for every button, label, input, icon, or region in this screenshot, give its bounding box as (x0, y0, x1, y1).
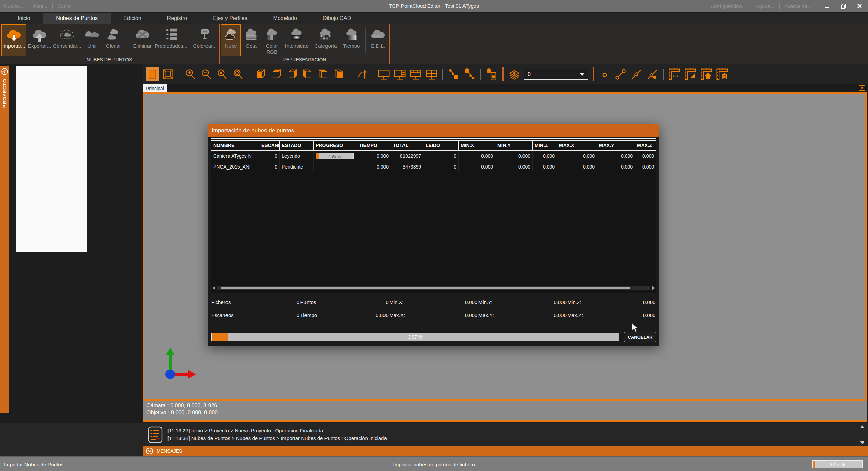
zoom-out-button[interactable] (200, 67, 213, 81)
column-header[interactable]: MAX.Y (597, 141, 635, 150)
view-back-button[interactable] (270, 67, 282, 81)
tab-ejes-y-perfiles[interactable]: Ejes y Perfiles (200, 13, 260, 24)
tab-nubes-de-puntos[interactable]: Nubes de Puntos (43, 13, 111, 24)
layers-button[interactable] (508, 67, 521, 81)
measure-polygon-button[interactable] (700, 67, 713, 81)
eliminar-button[interactable]: Eliminar (130, 24, 155, 56)
nube-button[interactable]: Nube (221, 24, 241, 56)
z-up-button[interactable]: Z (355, 67, 368, 81)
draw-point-button[interactable] (598, 67, 611, 81)
tab-dibujo-cad[interactable]: Dibujo CAD (310, 13, 364, 24)
close-button[interactable] (854, 0, 865, 12)
elevation-mode-icon (243, 27, 259, 42)
category-mode-icon (317, 27, 334, 42)
table-row[interactable]: Cantera ATyges N 0 Leyendo 7.93 % 0.000 … (211, 151, 656, 161)
draw-segment-button[interactable] (614, 67, 627, 81)
horizontal-scrollbar[interactable] (213, 285, 655, 291)
column-header[interactable]: MIN.Y (495, 141, 533, 150)
point-info-button[interactable] (485, 67, 498, 81)
point-size-decrease-button[interactable] (463, 67, 476, 81)
color-rgb-button[interactable]: Color RGB (262, 24, 282, 56)
nearest-point-button[interactable] (646, 67, 659, 81)
colorear-button[interactable]: Colorear... (192, 24, 217, 56)
view-top-button[interactable] (317, 67, 330, 81)
tab-modelado[interactable]: Modelado (260, 13, 310, 24)
status-progress-label: 3.97 % (830, 462, 845, 467)
column-header[interactable]: MIN.X (459, 141, 495, 150)
column-header[interactable]: MAX.X (557, 141, 597, 150)
messages-label: MENSAJES (157, 448, 182, 454)
messages-bar[interactable]: MENSAJES (143, 446, 868, 456)
layout-single-button[interactable] (377, 67, 390, 81)
render-solid-button[interactable] (146, 67, 159, 81)
zoom-window-button[interactable] (216, 67, 229, 81)
layout-top-row-button[interactable] (409, 67, 422, 81)
midpoint-button[interactable] (630, 67, 643, 81)
column-header[interactable]: MIN.Z (533, 141, 557, 150)
point-icon (599, 68, 610, 80)
column-header[interactable]: ESCANEOS (259, 141, 280, 150)
layout-right-panel-button[interactable] (393, 67, 406, 81)
view-left-button[interactable] (285, 67, 298, 81)
view-cube-bottom-icon (334, 68, 346, 80)
render-wireframe-button[interactable] (162, 67, 175, 81)
export-cloud-icon (31, 27, 47, 42)
tab-edicion[interactable]: Edición (111, 13, 154, 24)
tiempo-button[interactable]: Tiempo (340, 24, 362, 56)
collapse-panel-icon[interactable] (1, 68, 8, 75)
importar-button[interactable]: Importar... (1, 24, 26, 56)
column-header[interactable]: NOMBRE (211, 141, 259, 150)
consolidar-button[interactable]: Consolidar... (53, 24, 81, 56)
propiedades-button[interactable]: Propiedades... (156, 24, 187, 56)
layer-select-dropdown[interactable]: 0 (524, 69, 588, 80)
column-header[interactable]: PROGRESO (314, 141, 357, 150)
cota-button[interactable]: Cota (241, 24, 261, 56)
log-panel: * [11:13:29] Inicio > Proyecto > Nuevo P… (0, 423, 868, 446)
menu-acerca-de[interactable]: Acerca de... (784, 3, 811, 9)
view-right-button[interactable] (301, 67, 314, 81)
minimize-button[interactable] (821, 0, 833, 12)
column-header[interactable]: ESTADO (280, 141, 314, 150)
y-axis-arrow (166, 347, 175, 355)
scrollbar-thumb[interactable] (221, 287, 630, 289)
column-header[interactable]: MAX.Z (635, 141, 656, 150)
view-bottom-button[interactable] (333, 67, 346, 81)
zoom-extents-button[interactable] (232, 67, 244, 81)
unir-button[interactable]: Unir (82, 24, 102, 56)
collapse-messages-icon[interactable] (146, 447, 153, 455)
intensidad-button[interactable]: Intensidad (283, 24, 311, 56)
scroll-left-icon[interactable] (213, 286, 215, 290)
exportar-button[interactable]: Exportar... (27, 24, 52, 56)
ribbon-button-label: Consolidar... (53, 43, 81, 49)
column-header[interactable]: LEÍDO (423, 141, 459, 150)
edl-button[interactable]: E.D.L. E.D.L. (368, 24, 388, 56)
log-scroll-down-icon[interactable] (860, 441, 865, 444)
scroll-right-icon[interactable] (652, 286, 655, 290)
layout-quad-button[interactable] (425, 67, 438, 81)
measure-area-button[interactable] (684, 67, 697, 81)
zoom-in-button[interactable] (184, 67, 197, 81)
column-header[interactable]: TOTAL (391, 141, 423, 150)
restore-button[interactable] (837, 0, 849, 12)
categoria-button[interactable]: Categoría (312, 24, 340, 56)
view-tabs-menu-icon[interactable] (859, 85, 865, 91)
cloud-mode-icon (223, 27, 239, 42)
cancel-button[interactable]: CANCELAR (624, 332, 656, 342)
point-size-increase-button[interactable] (447, 67, 460, 81)
toolbar-separator (351, 69, 351, 80)
column-header[interactable]: TIEMPO (357, 141, 391, 150)
log-scroll-up-icon[interactable] (860, 425, 865, 428)
view-front-button[interactable] (254, 67, 267, 81)
tab-inicio[interactable]: Inicio (5, 13, 43, 24)
tab-registro[interactable]: Registro (154, 13, 200, 24)
tab-principal[interactable]: Principal (143, 84, 167, 92)
minimize-icon (825, 4, 829, 8)
measure-distance-button[interactable] (668, 67, 681, 81)
clonar-button[interactable]: Clonar (103, 24, 124, 56)
menu-configuracion[interactable]: Configuración... (710, 3, 746, 9)
toolbar-separator (442, 69, 443, 80)
table-row[interactable]: PNOA_2015_ANI 0 Pendiente 0.000 3473899 … (211, 161, 656, 172)
menu-ayuda[interactable]: Ayuda... (756, 3, 774, 9)
project-tree-panel[interactable] (16, 66, 87, 252)
clear-measurements-button[interactable] (716, 67, 729, 81)
